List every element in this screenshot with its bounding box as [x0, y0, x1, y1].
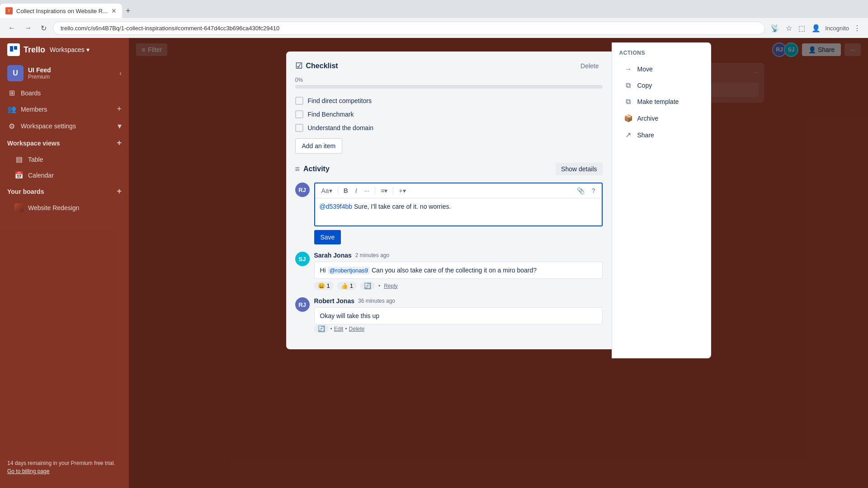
edit-comment-button[interactable]: Edit: [334, 326, 344, 332]
sidebar-item-calendar[interactable]: 📅 Calendar: [0, 167, 129, 183]
save-comment-button[interactable]: Save: [314, 230, 341, 244]
checklist-checkbox-0[interactable]: [295, 97, 303, 105]
account-button[interactable]: 👤: [810, 22, 822, 34]
url-text: trello.com/c/s6n4B7Bq/1-collect-inspirat…: [61, 25, 279, 32]
forward-button[interactable]: →: [22, 22, 34, 34]
workspaces-menu-button[interactable]: Workspaces ▾: [50, 46, 90, 53]
checklist-section: ☑ Checklist Delete 0%: [295, 61, 603, 154]
checklist-item-text-2: Understand the domain: [308, 124, 374, 131]
move-label: Move: [637, 66, 653, 73]
show-details-button[interactable]: Show details: [556, 163, 602, 175]
delete-comment-button[interactable]: Delete: [349, 326, 365, 332]
action-make-template[interactable]: ⧉ Make template: [619, 94, 704, 109]
action-archive[interactable]: 📦 Archive: [619, 110, 704, 126]
trial-text: 14 days remaining in your Premium free t…: [7, 460, 115, 466]
robert-comment-body: Okay will take this up: [314, 307, 603, 324]
boards-label: Boards: [21, 89, 122, 97]
sidebar-header: Trello Workspaces ▾: [0, 38, 129, 61]
sarah-comment-time: 2 minutes ago: [355, 252, 389, 258]
active-tab[interactable]: T Collect Inspirations on Website R... ✕: [0, 4, 122, 18]
new-tab-button[interactable]: +: [122, 6, 134, 16]
main-content: ≡ Filter RJ SJ 👤 Share ···: [129, 38, 868, 488]
workspace-views-header: Workspace views +: [0, 135, 129, 151]
comment-editor[interactable]: Aa▾ B I ··· ≡▾ +▾: [314, 183, 603, 226]
checklist-icon: ☑: [295, 61, 302, 71]
sarah-avatar: SJ: [295, 252, 310, 266]
font-format-button[interactable]: Aa▾: [320, 186, 334, 195]
menu-button[interactable]: ⋮: [852, 22, 863, 34]
cast-button[interactable]: 📡: [769, 22, 781, 34]
workspace-settings-chevron-icon: ▾: [118, 121, 122, 131]
robert-comment-actions: 🔄 • Edit • Delete: [314, 324, 603, 333]
workspace-name: UI Feed: [28, 66, 115, 74]
url-bar[interactable]: trello.com/c/s6n4B7Bq/1-collect-inspirat…: [53, 22, 765, 35]
insert-button[interactable]: +▾: [397, 186, 407, 195]
billing-link[interactable]: Go to billing page: [7, 468, 49, 474]
reaction-laugh-button[interactable]: 😄 1: [314, 282, 334, 290]
tab-close-button[interactable]: ✕: [111, 7, 117, 14]
checklist-checkbox-1[interactable]: [295, 110, 303, 118]
toolbar-separator-3: [393, 187, 393, 194]
editor-body[interactable]: @d539f4bb Sure, I'll take care of it. no…: [315, 198, 602, 225]
add-board-icon[interactable]: +: [117, 187, 122, 196]
sidebar-item-table[interactable]: ▤ Table: [0, 151, 129, 167]
activity-title: Activity: [303, 165, 330, 173]
browser-actions: 📡 ☆ ⬚ 👤 Incognito ⋮: [769, 22, 863, 34]
editor-mention: @d539f4bb: [320, 203, 353, 210]
actions-panel: Actions → Move ⧉ Copy ⧉ Make template: [612, 42, 711, 358]
address-bar: ← → ↻ trello.com/c/s6n4B7Bq/1-collect-in…: [0, 18, 868, 38]
sidebar-board-website-redesign[interactable]: Website Redesign: [0, 200, 129, 216]
activity-section: ≡ Activity Show details RJ Aa▾: [295, 163, 603, 333]
bold-button[interactable]: B: [342, 186, 350, 195]
sidebar-item-members[interactable]: 👥 Members +: [0, 101, 129, 117]
attachment-button[interactable]: 📎: [575, 186, 586, 195]
edit-delete-separator: •: [345, 326, 347, 332]
progress-label: 0%: [295, 77, 603, 83]
extensions-button[interactable]: ⬚: [797, 22, 807, 34]
checklist-item-text-0: Find direct competitors: [308, 97, 372, 104]
reaction-thumbsup-button[interactable]: 👍 1: [337, 282, 357, 290]
action-share[interactable]: ↗ Share: [619, 127, 704, 143]
add-view-icon[interactable]: +: [117, 138, 122, 148]
add-reaction-button[interactable]: 🔄: [360, 282, 375, 290]
sarah-comment-suffix: Can you also take care of the collecting…: [370, 267, 537, 274]
share-action-label: Share: [637, 131, 654, 139]
boards-icon: ⊞: [7, 89, 16, 97]
checklist-delete-button[interactable]: Delete: [577, 61, 602, 71]
action-copy[interactable]: ⧉ Copy: [619, 78, 704, 93]
sarah-comment-header: Sarah Jonas 2 minutes ago: [314, 252, 603, 259]
italic-button[interactable]: I: [354, 186, 359, 195]
bookmark-button[interactable]: ☆: [784, 22, 794, 34]
comment-sarah: SJ Sarah Jonas 2 minutes ago Hi @robertj…: [295, 252, 603, 290]
action-move[interactable]: → Move: [619, 61, 704, 77]
checklist-checkbox-2[interactable]: [295, 124, 303, 132]
copy-icon: ⧉: [624, 81, 633, 89]
list-button[interactable]: ≡▾: [379, 186, 389, 195]
workspaces-chevron-icon: ▾: [86, 46, 90, 53]
sidebar-item-workspace-settings[interactable]: ⚙ Workspace settings ▾: [0, 117, 129, 135]
actions-title: Actions: [619, 50, 704, 56]
table-label: Table: [28, 156, 122, 163]
editor-toolbar: Aa▾ B I ··· ≡▾ +▾: [315, 183, 602, 198]
members-icon: 👥: [7, 105, 16, 113]
more-format-button[interactable]: ···: [363, 186, 372, 195]
calendar-icon: 📅: [14, 171, 24, 179]
sidebar-item-boards[interactable]: ⊞ Boards: [0, 85, 129, 101]
robert-reaction-button[interactable]: 🔄: [314, 324, 329, 333]
workspace-item[interactable]: U UI Feed Premium ‹: [0, 61, 129, 85]
sarah-author: Sarah Jonas: [314, 252, 352, 259]
robert-comment-content: Robert Jonas 36 minutes ago Okay will ta…: [314, 297, 603, 333]
your-boards-label: Your boards: [7, 188, 44, 195]
tab-bar: T Collect Inspirations on Website R... ✕…: [0, 0, 868, 18]
help-button[interactable]: ?: [590, 186, 597, 195]
sidebar-collapse-button[interactable]: ‹: [119, 70, 122, 77]
reload-button[interactable]: ↻: [38, 22, 49, 34]
back-button[interactable]: ←: [5, 22, 18, 34]
workspace-avatar: U: [7, 65, 24, 81]
move-icon: →: [624, 65, 633, 73]
editor-text: Sure, I'll take care of it. no worries.: [352, 203, 451, 210]
card-modal-overlay[interactable]: ☑ Checklist Delete 0%: [129, 38, 868, 488]
add-member-icon[interactable]: +: [117, 104, 122, 114]
add-item-button[interactable]: Add an item: [295, 138, 343, 154]
reply-button[interactable]: Reply: [384, 283, 398, 289]
